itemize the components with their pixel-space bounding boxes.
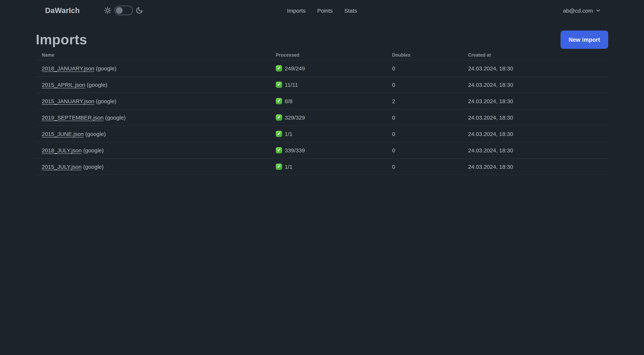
import-source: (google) <box>82 164 104 170</box>
import-source: (google) <box>104 114 126 121</box>
processed-count: 8/8 <box>285 98 292 104</box>
cell-created-at: 24.03.2024, 18:30 <box>462 147 608 153</box>
theme-toggle[interactable] <box>114 5 133 15</box>
processed-count: 329/329 <box>285 114 305 121</box>
success-check-icon: ✓ <box>276 147 282 153</box>
nav-item-stats[interactable]: Stats <box>344 7 357 13</box>
cell-name: 2018_JANUARY.json (google) <box>36 65 270 71</box>
processed-count: 249/249 <box>285 65 305 71</box>
nav-item-imports[interactable]: Imports <box>287 7 306 13</box>
cell-doubles: 0 <box>386 147 462 153</box>
cell-created-at: 24.03.2024, 18:30 <box>462 65 608 71</box>
import-file-link[interactable]: 2015_JANUARY.json <box>42 98 94 104</box>
import-source: (google) <box>82 147 104 153</box>
import-file-link[interactable]: 2018_JULY.json <box>42 147 82 153</box>
navbar: DaWarIch Imports Points Stat <box>0 0 644 21</box>
chevron-down-icon <box>596 8 601 13</box>
cell-name: 2015_JUNE.json (google) <box>36 131 270 137</box>
page-title: Imports <box>36 32 87 47</box>
import-file-link[interactable]: 2018_JANUARY.json <box>42 65 94 71</box>
success-check-icon: ✓ <box>276 131 282 137</box>
cell-name: 2015_APRIL.json (google) <box>36 82 270 88</box>
imports-page: DaWarIch Imports Points Stat <box>0 0 644 177</box>
processed-count: 1/1 <box>285 131 292 137</box>
column-header-created-at: Created at <box>462 52 608 58</box>
processed-count: 11/11 <box>285 82 298 88</box>
table-row: 2018_JANUARY.json (google)✓249/249024.03… <box>36 60 608 77</box>
cell-doubles: 2 <box>386 98 462 104</box>
success-check-icon: ✓ <box>276 82 282 88</box>
import-source: (google) <box>85 82 107 88</box>
cell-name: 2019_SEPTEMBER.json (google) <box>36 114 270 121</box>
table-row: 2015_FEBRUARY.json (google)✓48/48824.03.… <box>36 175 608 177</box>
cell-doubles: 0 <box>386 131 462 137</box>
import-file-link[interactable]: 2015_JUNE.json <box>42 131 84 137</box>
column-header-doubles: Doubles <box>386 52 462 58</box>
sun-icon <box>104 6 112 14</box>
table-body: 2018_JANUARY.json (google)✓249/249024.03… <box>36 60 608 177</box>
moon-icon <box>136 7 143 14</box>
cell-processed: ✓8/8 <box>270 98 386 104</box>
nav-item-points[interactable]: Points <box>317 7 332 13</box>
cell-doubles: 0 <box>386 65 462 71</box>
processed-count: 339/339 <box>285 147 305 153</box>
cell-doubles: 0 <box>386 114 462 121</box>
import-file-link[interactable]: 2015_APRIL.json <box>42 82 85 88</box>
table-header: Name Processed Doubles Created at <box>36 52 608 60</box>
page-head: Imports New import <box>36 30 608 49</box>
success-check-icon: ✓ <box>276 114 282 121</box>
cell-processed: ✓1/1 <box>270 131 386 137</box>
table-row: 2019_SEPTEMBER.json (google)✓329/329024.… <box>36 109 608 126</box>
app-logo[interactable]: DaWarIch <box>45 6 80 15</box>
import-source: (google) <box>94 98 116 104</box>
cell-name: 2018_JULY.json (google) <box>36 147 270 153</box>
cell-doubles: 0 <box>386 82 462 88</box>
cell-name: 2015_JULY.json (google) <box>36 164 270 170</box>
cell-processed: ✓329/329 <box>270 114 386 121</box>
content: Imports New import Name Processed Double… <box>36 30 608 177</box>
new-import-button[interactable]: New import <box>560 30 608 49</box>
main-nav: Imports Points Stats <box>287 0 357 21</box>
column-header-name: Name <box>36 52 270 58</box>
cell-processed: ✓1/1 <box>270 164 386 170</box>
cell-created-at: 24.03.2024, 18:30 <box>462 164 608 170</box>
cell-name: 2015_JANUARY.json (google) <box>36 98 270 104</box>
table-row: 2015_APRIL.json (google)✓11/11024.03.202… <box>36 77 608 93</box>
cell-processed: ✓339/339 <box>270 147 386 153</box>
processed-count: 1/1 <box>285 164 292 170</box>
import-file-link[interactable]: 2019_SEPTEMBER.json <box>42 114 104 121</box>
success-check-icon: ✓ <box>276 65 282 71</box>
import-file-link[interactable]: 2015_JULY.json <box>42 164 82 170</box>
cell-created-at: 24.03.2024, 18:30 <box>462 98 608 104</box>
success-check-icon: ✓ <box>276 98 282 104</box>
account-email: ab@cd.com <box>563 7 593 13</box>
theme-switcher <box>104 5 143 15</box>
table-row: 2015_JANUARY.json (google)✓8/8224.03.202… <box>36 93 608 109</box>
column-header-processed: Processed <box>270 52 386 58</box>
account-menu[interactable]: ab@cd.com <box>563 0 601 21</box>
table-row: 2015_JULY.json (google)✓1/1024.03.2024, … <box>36 159 608 175</box>
import-source: (google) <box>84 131 106 137</box>
table-row: 2018_JULY.json (google)✓339/339024.03.20… <box>36 142 608 159</box>
cell-created-at: 24.03.2024, 18:30 <box>462 131 608 137</box>
cell-created-at: 24.03.2024, 18:30 <box>462 82 608 88</box>
cell-processed: ✓249/249 <box>270 65 386 71</box>
cell-doubles: 0 <box>386 164 462 170</box>
success-check-icon: ✓ <box>276 164 282 170</box>
cell-processed: ✓11/11 <box>270 82 386 88</box>
theme-toggle-knob <box>116 7 122 14</box>
table-row: 2015_JUNE.json (google)✓1/1024.03.2024, … <box>36 126 608 142</box>
cell-created-at: 24.03.2024, 18:30 <box>462 114 608 121</box>
import-source: (google) <box>94 65 116 71</box>
